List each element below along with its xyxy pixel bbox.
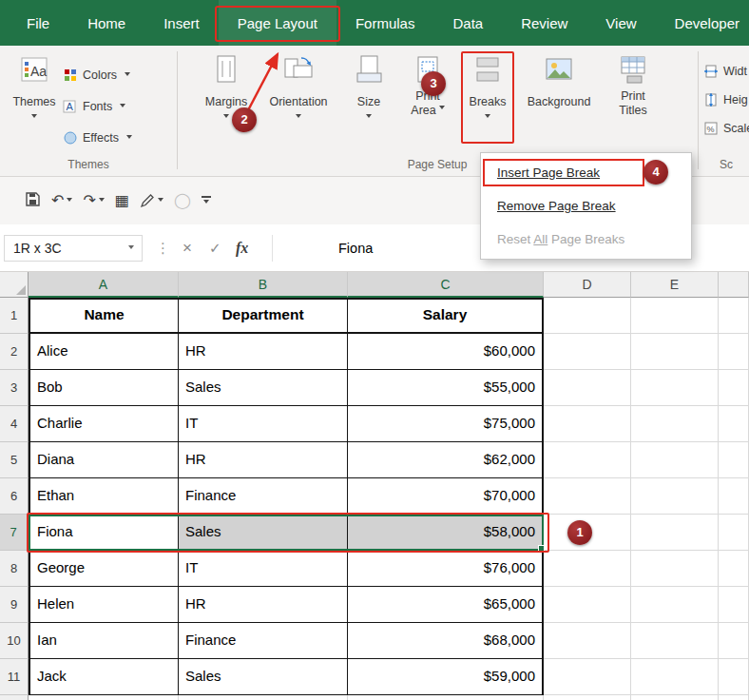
- save-button[interactable]: [25, 191, 41, 211]
- cell-name[interactable]: Ethan: [29, 478, 179, 515]
- cell-empty[interactable]: [544, 442, 631, 478]
- cell-salary[interactable]: $75,000: [348, 406, 544, 442]
- row-header[interactable]: 8: [0, 551, 29, 587]
- print-titles-button[interactable]: Print Titles: [605, 53, 662, 141]
- undo-button[interactable]: ↶: [51, 193, 72, 208]
- cell-salary[interactable]: Salary: [348, 298, 544, 334]
- cell-empty[interactable]: [631, 442, 719, 478]
- insert-function-button[interactable]: fx: [236, 235, 248, 262]
- cell-salary[interactable]: $59,000: [348, 659, 544, 695]
- cell-empty[interactable]: [719, 370, 749, 406]
- row-header[interactable]: 1: [0, 298, 29, 334]
- tab-view[interactable]: View: [586, 0, 655, 46]
- themes-button[interactable]: Aa Themes: [8, 53, 61, 141]
- customize-qat-button[interactable]: [202, 196, 211, 206]
- column-header-b[interactable]: B: [179, 272, 348, 298]
- cell-salary[interactable]: $68,000: [348, 623, 544, 659]
- cell-empty[interactable]: [631, 623, 719, 659]
- cell-department[interactable]: Finance: [179, 478, 348, 515]
- row-header[interactable]: 9: [0, 587, 29, 623]
- cell-empty[interactable]: [719, 298, 749, 334]
- cell-name[interactable]: Helen: [29, 587, 179, 623]
- cell-department[interactable]: HR: [179, 587, 348, 623]
- row-header[interactable]: 4: [0, 406, 29, 442]
- cell-department[interactable]: Sales: [179, 659, 348, 695]
- cell-empty[interactable]: [719, 659, 749, 695]
- cell-empty[interactable]: [719, 334, 749, 370]
- cell-empty[interactable]: [631, 478, 719, 515]
- cell-empty[interactable]: [719, 442, 749, 478]
- pen-tool-button[interactable]: [140, 193, 163, 208]
- breaks-button[interactable]: Breaks: [462, 53, 513, 141]
- cell-department[interactable]: HR: [179, 442, 348, 478]
- cell-empty[interactable]: [544, 370, 631, 406]
- cell-empty[interactable]: [544, 406, 631, 442]
- cell-empty[interactable]: [544, 334, 631, 370]
- tab-review[interactable]: Review: [502, 0, 586, 46]
- cell-empty[interactable]: [544, 623, 631, 659]
- row-header[interactable]: 3: [0, 370, 29, 406]
- column-header-a[interactable]: A: [29, 272, 179, 298]
- cell-empty[interactable]: [719, 515, 749, 551]
- cell-empty[interactable]: [544, 587, 631, 623]
- column-header-d[interactable]: D: [544, 272, 631, 298]
- column-header-e[interactable]: E: [631, 272, 719, 298]
- cell-empty[interactable]: [544, 515, 631, 551]
- row-header[interactable]: 7: [0, 515, 29, 551]
- name-box[interactable]: 1R x 3C: [4, 235, 143, 262]
- redo-button[interactable]: ↷: [83, 193, 104, 208]
- row-header[interactable]: 5: [0, 442, 29, 478]
- cell-name[interactable]: Alice: [29, 334, 179, 370]
- enter-button[interactable]: ✓: [209, 235, 221, 262]
- cell-empty[interactable]: [719, 587, 749, 623]
- cell-name[interactable]: Fiona: [29, 515, 179, 551]
- cell-department[interactable]: IT: [179, 551, 348, 587]
- row-header[interactable]: 11: [0, 659, 29, 695]
- cell-salary[interactable]: $65,000: [348, 587, 544, 623]
- grid-view-button[interactable]: ▦: [115, 193, 129, 208]
- cell-empty[interactable]: [544, 298, 631, 334]
- cell-empty[interactable]: [719, 623, 749, 659]
- cell-empty[interactable]: [631, 334, 719, 370]
- cell-salary[interactable]: $58,000: [348, 515, 544, 551]
- height-control[interactable]: Heig: [703, 89, 748, 110]
- cancel-button[interactable]: ×: [182, 235, 192, 262]
- background-button[interactable]: Background: [519, 53, 599, 141]
- tab-developer[interactable]: Developer: [656, 0, 749, 46]
- cell-empty[interactable]: [719, 478, 749, 515]
- width-control[interactable]: Widt: [703, 61, 747, 82]
- cell-empty[interactable]: [631, 406, 719, 442]
- cell-name[interactable]: Diana: [29, 442, 179, 478]
- column-header-c[interactable]: C: [348, 272, 544, 298]
- tab-insert[interactable]: Insert: [144, 0, 219, 46]
- cell-name[interactable]: George: [29, 551, 179, 587]
- fonts-button[interactable]: A Fonts: [63, 94, 132, 119]
- cell-empty[interactable]: [631, 370, 719, 406]
- shape-button[interactable]: ◯: [174, 193, 191, 208]
- row-header[interactable]: 6: [0, 478, 29, 515]
- menu-item-insert-page-break[interactable]: Insert Page Break 4: [481, 156, 691, 189]
- tab-home[interactable]: Home: [68, 0, 144, 46]
- select-all-button[interactable]: [0, 272, 29, 298]
- cell-empty[interactable]: [544, 478, 631, 515]
- size-button[interactable]: Size: [346, 53, 392, 141]
- formula-bar-handle[interactable]: ⋮: [156, 235, 170, 262]
- margins-button[interactable]: Margins: [200, 53, 253, 141]
- cell-department[interactable]: Department: [179, 298, 348, 334]
- cell-department[interactable]: HR: [179, 334, 348, 370]
- row-header[interactable]: 10: [0, 623, 29, 659]
- cell-name[interactable]: Jack: [29, 659, 179, 695]
- cell-empty[interactable]: [631, 298, 719, 334]
- menu-item-remove-page-break[interactable]: Remove Page Break: [481, 189, 691, 223]
- cell-empty[interactable]: [719, 406, 749, 442]
- cell-name[interactable]: Name: [29, 298, 179, 334]
- row-header[interactable]: 2: [0, 334, 29, 370]
- orientation-button[interactable]: Orientation: [260, 53, 336, 141]
- tab-page-layout[interactable]: Page Layout: [219, 0, 336, 46]
- cell-department[interactable]: Finance: [179, 623, 348, 659]
- cell-department[interactable]: IT: [179, 406, 348, 442]
- effects-button[interactable]: Effects: [63, 126, 132, 150]
- formula-input[interactable]: Fiona: [338, 235, 373, 262]
- scale-control[interactable]: % Scale: [703, 118, 749, 139]
- cell-empty[interactable]: [544, 659, 631, 695]
